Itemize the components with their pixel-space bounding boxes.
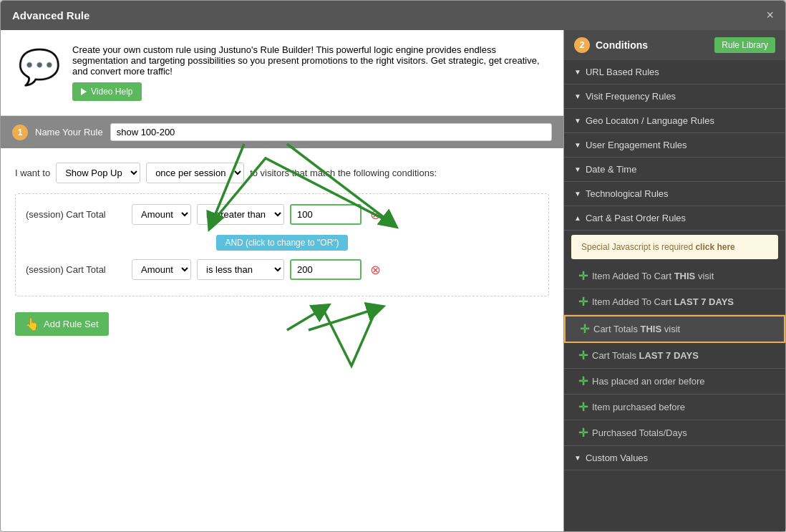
modal-body: 💬 Create your own custom rule using Just… xyxy=(1,30,785,531)
play-icon xyxy=(81,88,87,95)
want-label: I want to xyxy=(15,168,50,178)
info-section: 💬 Create your own custom rule using Just… xyxy=(1,30,563,116)
right-panel-header: 2 Conditions Rule Library xyxy=(564,30,785,60)
value-input-2[interactable] xyxy=(290,259,362,280)
conditions-step-number: 2 xyxy=(574,37,590,53)
chevron-down-icon: ▼ xyxy=(574,117,581,125)
plus-icon: ✛ xyxy=(578,349,588,362)
and-button[interactable]: AND (click to change to "OR") xyxy=(216,235,347,251)
video-help-button[interactable]: Video Help xyxy=(72,82,142,101)
purchased-totals-days[interactable]: ✛ Purchased Totals/Days xyxy=(564,420,785,446)
cart-totals-this[interactable]: ✛ Cart Totals THIS visit xyxy=(564,315,785,343)
remove-rule-1[interactable]: ⊗ xyxy=(370,207,381,223)
modal-header: Advanced Rule × xyxy=(1,1,785,30)
hand-icon: 👆 xyxy=(25,317,39,331)
click-here-link[interactable]: click here xyxy=(695,242,734,252)
cart-order-items: Special Javascript is required click her… xyxy=(564,235,785,446)
group-date-time[interactable]: ▼ Date & Time xyxy=(564,158,785,182)
rule-library-button[interactable]: Rule Library xyxy=(714,37,775,53)
rule-name-input[interactable] xyxy=(110,123,552,141)
group-url-based[interactable]: ▼ URL Based Rules xyxy=(564,60,785,84)
frequency-select[interactable]: once per session always once per day xyxy=(146,163,244,183)
plus-icon: ✛ xyxy=(578,400,588,414)
and-row: AND (click to change to "OR") xyxy=(26,231,538,255)
step-number: 1 xyxy=(12,125,28,140)
amount-select-1[interactable]: Amount xyxy=(132,204,191,225)
left-panel: 💬 Create your own custom rule using Just… xyxy=(1,30,563,531)
rule-set: (session) Cart Total Amount is greater t… xyxy=(15,193,549,296)
value-input-1[interactable] xyxy=(290,204,362,225)
want-line: I want to Show Pop Up Hide Pop Up once p… xyxy=(15,163,549,183)
plus-icon: ✛ xyxy=(580,322,589,336)
chevron-down-icon: ▼ xyxy=(574,165,581,173)
special-notice: Special Javascript is required click her… xyxy=(571,235,778,259)
rule-builder-header: 1 Name Your Rule xyxy=(1,116,563,148)
condition-select-2[interactable]: is less than is greater than is equal to xyxy=(197,259,284,280)
close-button[interactable]: × xyxy=(766,8,774,23)
visitor-label: to visitors that match the following con… xyxy=(250,168,437,178)
conditions-heading: Conditions xyxy=(596,39,648,51)
add-rule-button[interactable]: 👆 Add Rule Set xyxy=(15,312,109,336)
chevron-up-icon: ▲ xyxy=(574,214,581,222)
cart-totals-last7[interactable]: ✛ Cart Totals LAST 7 DAYS xyxy=(564,343,785,369)
right-title: 2 Conditions xyxy=(574,37,648,53)
item-purchased-before[interactable]: ✛ Item purchased before xyxy=(564,395,785,420)
rule-row-1: (session) Cart Total Amount is greater t… xyxy=(26,204,538,225)
plus-icon: ✛ xyxy=(578,269,588,283)
remove-rule-2[interactable]: ⊗ xyxy=(370,262,381,278)
advanced-rule-modal: Advanced Rule × 💬 Create your own custom… xyxy=(0,0,786,532)
chat-icon: 💬 xyxy=(18,47,61,87)
chevron-down-icon: ▼ xyxy=(574,141,581,149)
group-geo-location[interactable]: ▼ Geo Locaton / Language Rules xyxy=(564,109,785,133)
chevron-down-icon: ▼ xyxy=(574,190,581,198)
info-description: Create your own custom rule using Justun… xyxy=(72,44,546,77)
item-added-cart-last7[interactable]: ✛ Item Added To Cart LAST 7 DAYS xyxy=(564,289,785,315)
amount-select-2[interactable]: Amount xyxy=(132,259,191,280)
rule-row-2: (session) Cart Total Amount is less than… xyxy=(26,259,538,280)
chevron-down-icon: ▼ xyxy=(574,454,581,462)
plus-icon: ✛ xyxy=(578,295,588,309)
rule-builder: 1 Name Your Rule I want to Show Pop Up H… xyxy=(1,116,563,531)
cart-total-label-1: (session) Cart Total xyxy=(26,209,126,220)
name-your-rule-label: Name Your Rule xyxy=(35,127,103,137)
want-select[interactable]: Show Pop Up Hide Pop Up xyxy=(56,163,140,183)
group-technological[interactable]: ▼ Technological Rules xyxy=(564,182,785,206)
conditions-list: ▼ URL Based Rules ▼ Visit Frequency Rule… xyxy=(564,60,785,470)
group-user-engagement[interactable]: ▼ User Engagement Rules xyxy=(564,133,785,158)
plus-icon: ✛ xyxy=(578,426,588,440)
chevron-down-icon: ▼ xyxy=(574,92,581,100)
has-placed-order[interactable]: ✛ Has placed an order before xyxy=(564,369,785,395)
special-notice-text: Special Javascript is required xyxy=(581,242,693,252)
group-visit-frequency[interactable]: ▼ Visit Frequency Rules xyxy=(564,84,785,109)
group-cart-order[interactable]: ▲ Cart & Past Order Rules xyxy=(564,206,785,231)
chevron-down-icon: ▼ xyxy=(574,68,581,76)
group-custom-values[interactable]: ▼ Custom Values xyxy=(564,446,785,470)
condition-select-1[interactable]: is greater than is less than is equal to xyxy=(197,204,284,225)
cart-total-label-2: (session) Cart Total xyxy=(26,264,126,275)
item-added-cart-this[interactable]: ✛ Item Added To Cart THIS visit xyxy=(564,263,785,289)
right-panel: 2 Conditions Rule Library ▼ URL Based Ru… xyxy=(563,30,785,531)
modal-title: Advanced Rule xyxy=(12,9,89,21)
plus-icon: ✛ xyxy=(578,374,588,388)
rule-content: I want to Show Pop Up Hide Pop Up once p… xyxy=(1,148,563,350)
